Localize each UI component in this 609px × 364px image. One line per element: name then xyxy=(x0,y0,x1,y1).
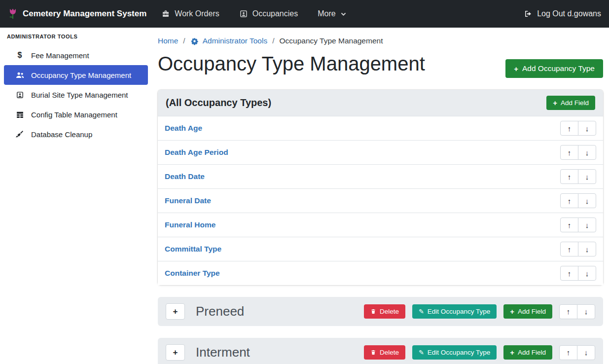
users-icon xyxy=(15,71,25,79)
sidebar-item-database-cleanup[interactable]: Database Cleanup xyxy=(4,124,148,144)
delete-button[interactable]: Delete xyxy=(364,345,405,360)
field-link-death-age[interactable]: Death Age xyxy=(165,124,202,133)
card-header: (All Occupancy Types) + Add Field xyxy=(158,90,603,116)
move-up-button[interactable]: ↑ xyxy=(559,345,577,360)
move-down-button[interactable]: ↓ xyxy=(578,242,596,256)
reorder-controls: ↑ ↓ xyxy=(559,345,595,360)
field-link-committal-type[interactable]: Committal Type xyxy=(165,245,221,254)
field-link-death-date[interactable]: Death Date xyxy=(165,172,205,181)
field-row: Death Date ↑ ↓ xyxy=(158,164,603,188)
add-field-button[interactable]: + Add Field xyxy=(503,304,552,319)
move-down-button[interactable]: ↓ xyxy=(577,304,595,319)
page-title: Occupancy Type Management xyxy=(158,52,425,75)
move-up-button[interactable]: ↑ xyxy=(560,242,578,256)
move-down-button[interactable]: ↓ xyxy=(578,218,596,232)
field-row: Funeral Date ↑ ↓ xyxy=(158,188,603,213)
move-up-button[interactable]: ↑ xyxy=(560,218,578,232)
field-row: Death Age Period ↑ ↓ xyxy=(158,140,603,164)
arrow-up-icon: ↑ xyxy=(568,148,572,157)
move-down-button[interactable]: ↓ xyxy=(578,145,596,160)
breadcrumb-separator: / xyxy=(272,36,274,45)
tulip-logo-icon xyxy=(8,8,18,20)
add-occupancy-type-button[interactable]: + Add Occupancy Type xyxy=(505,59,603,78)
move-up-button[interactable]: ↑ xyxy=(560,266,578,281)
expand-button[interactable]: + xyxy=(166,344,185,361)
breadcrumb-administrator-tools[interactable]: Administrator Tools xyxy=(190,36,268,45)
delete-label: Delete xyxy=(380,308,399,315)
nav-more[interactable]: More xyxy=(318,9,346,18)
arrow-up-icon: ↑ xyxy=(568,197,572,205)
edit-label: Edit Occupancy Type xyxy=(428,349,490,356)
breadcrumb: Home / Administrator Tools / Occupancy T… xyxy=(158,36,603,45)
arrow-down-icon: ↓ xyxy=(585,148,589,157)
primary-nav: Work Orders Occupancies More xyxy=(161,9,346,18)
app-brand[interactable]: Cemetery Management System xyxy=(8,8,146,20)
occupancy-type-section-preneed: + Preneed Delete ✎ Edit Occupancy Type xyxy=(158,297,603,326)
sidebar-heading: Administrator Tools xyxy=(0,34,152,45)
expand-button[interactable]: + xyxy=(166,303,185,320)
field-row: Death Age ↑ ↓ xyxy=(158,116,603,140)
delete-button[interactable]: Delete xyxy=(364,304,405,319)
nav-work-orders[interactable]: Work Orders xyxy=(161,9,219,18)
plus-icon: + xyxy=(510,308,514,315)
field-link-death-age-period[interactable]: Death Age Period xyxy=(165,148,228,157)
move-down-button[interactable]: ↓ xyxy=(578,193,596,208)
logout-link[interactable]: Log Out d.gowans xyxy=(524,9,601,18)
add-field-button[interactable]: + Add Field xyxy=(503,345,552,360)
move-up-button[interactable]: ↑ xyxy=(559,304,577,319)
sidebar-item-label: Burial Site Type Management xyxy=(31,91,128,99)
nav-more-label: More xyxy=(318,9,335,18)
move-down-button[interactable]: ↓ xyxy=(578,266,596,281)
arrow-down-icon: ↓ xyxy=(585,269,589,278)
field-link-container-type[interactable]: Container Type xyxy=(165,269,220,278)
arrow-down-icon: ↓ xyxy=(585,124,589,133)
field-link-funeral-home[interactable]: Funeral Home xyxy=(165,220,215,229)
section-actions: Delete ✎ Edit Occupancy Type + Add Field… xyxy=(364,345,595,360)
breadcrumb-home[interactable]: Home xyxy=(158,36,178,45)
chevron-down-icon xyxy=(340,11,347,17)
section-title: Preneed xyxy=(196,304,358,319)
sidebar-item-occupancy-type-management[interactable]: Occupancy Type Management xyxy=(4,65,148,85)
burial-site-icon xyxy=(15,91,25,99)
add-field-label: Add Field xyxy=(561,99,589,107)
page-header: Occupancy Type Management + Add Occupanc… xyxy=(158,52,603,78)
trash-icon xyxy=(370,349,376,356)
sidebar-item-fee-management[interactable]: $ Fee Management xyxy=(4,45,148,65)
reorder-controls: ↑ ↓ xyxy=(560,169,596,184)
arrow-up-icon: ↑ xyxy=(568,173,572,181)
nav-occupancies-label: Occupancies xyxy=(252,9,298,18)
nav-occupancies[interactable]: Occupancies xyxy=(239,9,298,18)
add-field-button[interactable]: + Add Field xyxy=(546,96,595,110)
edit-occupancy-type-button[interactable]: ✎ Edit Occupancy Type xyxy=(412,345,497,360)
move-up-button[interactable]: ↑ xyxy=(560,193,578,208)
move-up-button[interactable]: ↑ xyxy=(560,121,578,136)
reorder-controls: ↑ ↓ xyxy=(560,145,596,160)
reorder-controls: ↑ ↓ xyxy=(560,121,596,136)
arrow-down-icon: ↓ xyxy=(585,221,589,229)
add-occupancy-type-label: Add Occupancy Type xyxy=(522,64,595,73)
field-row: Funeral Home ↑ ↓ xyxy=(158,213,603,237)
reorder-controls: ↑ ↓ xyxy=(560,218,596,232)
sidebar-item-burial-site-type-management[interactable]: Burial Site Type Management xyxy=(4,85,148,105)
main-content: Home / Administrator Tools / Occupancy T… xyxy=(152,28,609,364)
sidebar: Administrator Tools $ Fee Management Occ… xyxy=(0,28,152,364)
sidebar-item-config-table-management[interactable]: Config Table Management xyxy=(4,105,148,124)
work-orders-icon xyxy=(161,9,170,18)
breadcrumb-separator: / xyxy=(183,36,185,45)
logout-label: Log Out d.gowans xyxy=(537,9,601,18)
gear-icon xyxy=(190,37,199,45)
move-down-button[interactable]: ↓ xyxy=(578,169,596,184)
add-field-label: Add Field xyxy=(518,308,546,315)
field-row: Container Type ↑ ↓ xyxy=(158,261,603,285)
plus-icon: + xyxy=(510,349,514,356)
move-down-button[interactable]: ↓ xyxy=(578,121,596,136)
arrow-down-icon: ↓ xyxy=(585,245,589,254)
field-link-funeral-date[interactable]: Funeral Date xyxy=(165,196,211,205)
move-up-button[interactable]: ↑ xyxy=(560,169,578,184)
move-down-button[interactable]: ↓ xyxy=(577,345,595,360)
edit-occupancy-type-button[interactable]: ✎ Edit Occupancy Type xyxy=(412,304,497,319)
section-title: Interment xyxy=(196,345,358,360)
occupancies-icon xyxy=(239,9,248,18)
move-up-button[interactable]: ↑ xyxy=(560,145,578,160)
arrow-up-icon: ↑ xyxy=(568,269,572,278)
